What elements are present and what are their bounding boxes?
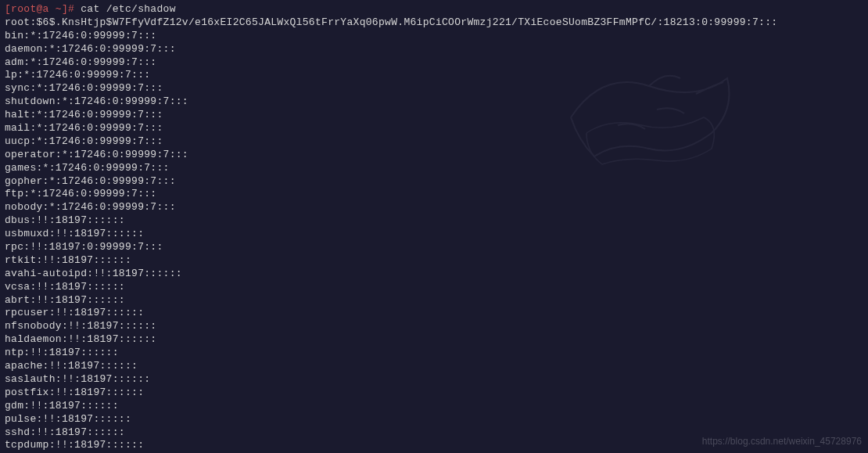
shadow-file-output: root:$6$.KnsHtjp$W7FfyVdfZ12v/e16xEI2C65…	[5, 16, 863, 453]
shadow-entry: ntp:!!:18197::::::	[5, 347, 863, 360]
shadow-entry: apache:!!:18197::::::	[5, 360, 863, 373]
shadow-entry: sync:*:17246:0:99999:7:::	[5, 82, 863, 95]
command-line: [root@a ~]# cat /etc/shadow	[5, 3, 863, 16]
shadow-entry: gdm:!!:18197::::::	[5, 400, 863, 413]
shell-prompt: [root@a ~]#	[5, 3, 74, 15]
shadow-entry: ftp:*:17246:0:99999:7:::	[5, 188, 863, 201]
terminal-output[interactable]: [root@a ~]# cat /etc/shadow root:$6$.Kns…	[5, 3, 863, 453]
shadow-entry: uucp:*:17246:0:99999:7:::	[5, 135, 863, 149]
shadow-entry: games:*:17246:0:99999:7:::	[5, 162, 863, 175]
shadow-entry: bin:*:17246:0:99999:7:::	[5, 30, 863, 43]
shadow-entry: shutdown:*:17246:0:99999:7:::	[5, 95, 863, 109]
shadow-entry: abrt:!!:18197::::::	[5, 294, 863, 307]
shadow-entry: nobody:*:17246:0:99999:7:::	[5, 201, 863, 214]
shadow-entry: root:$6$.KnsHtjp$W7FfyVdfZ12v/e16xEI2C65…	[5, 16, 863, 30]
typed-command: cat /etc/shadow	[74, 3, 176, 15]
shadow-entry: nfsnobody:!!:18197::::::	[5, 320, 863, 333]
shadow-entry: gopher:*:17246:0:99999:7:::	[5, 175, 863, 189]
shadow-entry: rtkit:!!:18197::::::	[5, 254, 863, 268]
shadow-entry: adm:*:17246:0:99999:7:::	[5, 56, 863, 70]
shadow-entry: usbmuxd:!!:18197::::::	[5, 228, 863, 241]
shadow-entry: postfix:!!:18197::::::	[5, 386, 863, 400]
shadow-entry: halt:*:17246:0:99999:7:::	[5, 109, 863, 122]
shadow-entry: haldaemon:!!:18197::::::	[5, 333, 863, 347]
shadow-entry: dbus:!!:18197::::::	[5, 214, 863, 228]
shadow-entry: pulse:!!:18197::::::	[5, 413, 863, 426]
shadow-entry: operator:*:17246:0:99999:7:::	[5, 149, 863, 162]
shadow-entry: daemon:*:17246:0:99999:7:::	[5, 43, 863, 56]
shadow-entry: rpc:!!:18197:0:99999:7:::	[5, 241, 863, 254]
shadow-entry: rpcuser:!!:18197::::::	[5, 307, 863, 320]
shadow-entry: saslauth:!!:18197::::::	[5, 373, 863, 386]
shadow-entry: mail:*:17246:0:99999:7:::	[5, 122, 863, 135]
shadow-entry: vcsa:!!:18197::::::	[5, 281, 863, 294]
shadow-entry: lp:*:17246:0:99999:7:::	[5, 69, 863, 82]
shadow-entry: avahi-autoipd:!!:18197::::::	[5, 268, 863, 281]
watermark-text: https://blog.csdn.net/weixin_45728976	[702, 436, 862, 448]
